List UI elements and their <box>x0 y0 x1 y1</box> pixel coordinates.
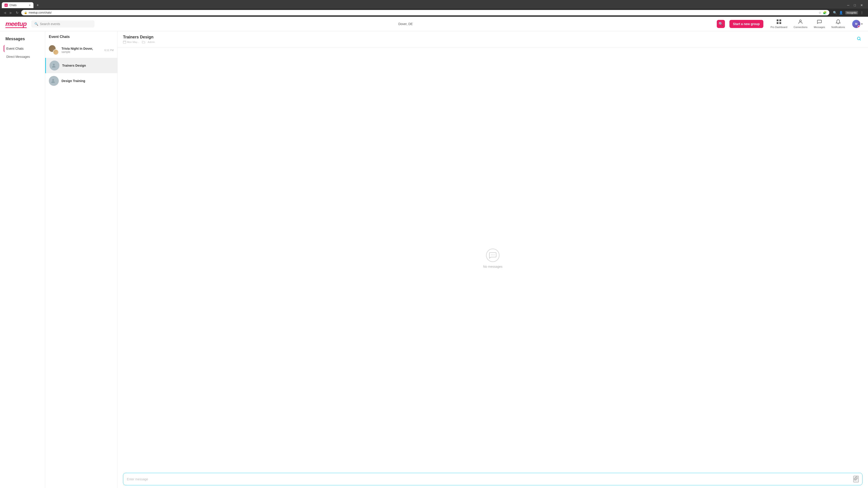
chat-list-panel: Event Chats Trivia Night in Dover, sampl… <box>45 31 118 488</box>
user-avatar-area[interactable]: M ▾ <box>852 20 863 28</box>
profile-icon[interactable]: 👤 <box>839 11 843 14</box>
chat-meta-folder <box>142 40 145 43</box>
bookmark-icon[interactable]: ☆ <box>818 11 822 14</box>
sidebar-item-event-chats[interactable]: Event Chats <box>4 45 41 52</box>
trainers-design-name: Trainers Design <box>62 64 114 67</box>
attach-button[interactable] <box>853 476 859 482</box>
trivia-chat-time: 6:11 PM <box>104 49 114 52</box>
messages-icon <box>817 19 822 25</box>
sidebar-label-event-chats: Event Chats <box>6 47 24 51</box>
chat-input-area <box>118 469 868 488</box>
chat-meta-calendar: Mon May... <box>123 40 139 43</box>
svg-point-6 <box>55 64 57 66</box>
sidebar-title: Messages <box>4 37 41 41</box>
location-display[interactable]: Dover, DE <box>99 22 712 26</box>
svg-point-5 <box>53 64 55 66</box>
meetup-logo[interactable]: meetup <box>5 20 27 28</box>
svg-rect-3 <box>779 22 781 24</box>
tab-favicon: m <box>4 4 8 7</box>
svg-rect-0 <box>777 20 778 21</box>
chat-search-button[interactable] <box>855 35 863 43</box>
logo-text: meetup <box>5 20 27 28</box>
user-avatar: M <box>852 20 860 28</box>
chat-area: Trainers Design Mon May... <box>118 31 868 488</box>
avatar-chevron-icon: ▾ <box>861 22 863 26</box>
svg-point-10 <box>857 37 860 40</box>
sidebar-item-direct-messages[interactable]: Direct Messages <box>4 53 41 60</box>
nav-item-pro-dashboard[interactable]: Pro Dashboard <box>768 18 790 30</box>
search-submit-button[interactable]: 🔍 <box>717 20 725 28</box>
notifications-icon <box>836 19 841 25</box>
chat-item-design-training[interactable]: Design Training <box>45 73 117 89</box>
message-input-container <box>123 473 863 485</box>
url-text: meetup.com/chats/ <box>29 11 817 14</box>
svg-rect-1 <box>779 20 781 21</box>
svg-point-7 <box>52 79 54 81</box>
svg-point-12 <box>493 254 493 255</box>
nav-item-connections[interactable]: Connections <box>791 18 810 30</box>
message-input[interactable] <box>127 477 851 481</box>
svg-point-11 <box>491 254 492 255</box>
trivia-chat-info: Trivia Night in Dover, sample <box>61 47 102 54</box>
trivia-chat-preview: sample <box>61 51 102 54</box>
nav-label-messages: Messages <box>814 26 825 29</box>
extensions-icon[interactable]: 🧩 <box>823 11 827 14</box>
design-training-avatar <box>49 76 59 86</box>
active-tab[interactable]: m Chats ✕ <box>2 2 33 8</box>
no-messages-text: No messages <box>483 265 502 268</box>
nav-label-notifications: Notifications <box>831 26 845 29</box>
search-submit-icon: 🔍 <box>719 22 723 26</box>
main-content: Messages Event Chats Direct Messages Eve… <box>0 31 868 488</box>
incognito-label: Incognito <box>845 11 858 14</box>
search-extensions-icon[interactable]: 🔍 <box>833 11 837 14</box>
lock-icon: 🔒 <box>24 11 27 14</box>
no-messages-icon <box>486 249 500 262</box>
search-icon: 🔍 <box>34 22 38 26</box>
chat-header-meta: Mon May... Admin <box>123 40 155 43</box>
chat-header: Trainers Design Mon May... <box>118 31 868 47</box>
chat-item-trivia[interactable]: Trivia Night in Dover, sample 6:11 PM <box>45 42 117 58</box>
svg-rect-2 <box>777 22 778 24</box>
connections-icon <box>798 19 803 25</box>
nav-item-notifications[interactable]: Notifications <box>829 18 848 30</box>
back-button[interactable]: ◀ <box>3 10 7 15</box>
svg-rect-9 <box>123 41 126 43</box>
sidebar-label-direct-messages: Direct Messages <box>6 55 30 59</box>
chat-header-name: Trainers Design <box>123 35 155 39</box>
main-nav: Pro Dashboard Connections Messages <box>768 18 848 30</box>
chat-messages-area: No messages <box>118 47 868 469</box>
nav-label-pro-dashboard: Pro Dashboard <box>771 26 787 29</box>
nav-item-messages[interactable]: Messages <box>811 18 828 30</box>
chat-meta-admin: Admin <box>148 41 155 43</box>
minimize-button[interactable]: ─ <box>846 3 851 7</box>
reload-button[interactable]: ↻ <box>15 10 20 15</box>
tab-close-button[interactable]: ✕ <box>29 4 31 7</box>
new-tab-button[interactable]: + <box>34 2 41 8</box>
search-bar[interactable]: 🔍 Search events <box>31 20 94 28</box>
chat-list-title: Event Chats <box>45 35 117 42</box>
start-group-button[interactable]: Start a new group <box>730 20 763 28</box>
close-window-button[interactable]: ✕ <box>859 3 864 7</box>
address-bar[interactable]: 🔒 meetup.com/chats/ ☆ 🧩 <box>21 10 829 15</box>
search-placeholder: Search events <box>40 22 60 26</box>
chat-item-trainers-design[interactable]: Trainers Design <box>45 58 117 73</box>
dashboard-icon <box>776 19 781 25</box>
trainers-design-info: Trainers Design <box>62 64 114 67</box>
trivia-chat-name: Trivia Night in Dover, <box>61 47 102 51</box>
svg-point-13 <box>494 254 495 255</box>
tab-title: Chats <box>9 4 17 7</box>
design-training-name: Design Training <box>61 79 114 83</box>
trivia-avatar <box>49 45 59 55</box>
trainers-design-avatar <box>50 61 59 70</box>
svg-point-8 <box>55 79 56 81</box>
svg-point-4 <box>800 20 801 22</box>
maximize-button[interactable]: □ <box>852 3 857 7</box>
app-header: meetup 🔍 Search events Dover, DE 🔍 Start… <box>0 17 868 31</box>
avatar-initials: M <box>855 22 857 26</box>
forward-button[interactable]: ▶ <box>9 10 13 15</box>
menu-icon[interactable]: ⋮ <box>860 11 864 14</box>
nav-label-connections: Connections <box>794 26 807 29</box>
meetup-app: meetup 🔍 Search events Dover, DE 🔍 Start… <box>0 17 868 488</box>
avatar-online-badge <box>858 25 860 28</box>
design-training-info: Design Training <box>61 79 114 83</box>
